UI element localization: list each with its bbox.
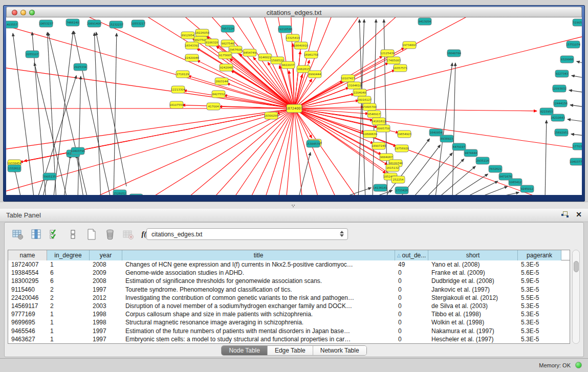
table-cell[interactable]: 5.3E-5 xyxy=(518,286,561,294)
table-cell[interactable]: 49 xyxy=(395,260,428,269)
table-cell[interactable]: 1997 xyxy=(90,335,122,343)
table-cell[interactable]: 1997 xyxy=(90,327,122,335)
graph-node[interactable]: 14136141 xyxy=(373,184,387,191)
table-cell[interactable]: Disruption of a novel member of a sodium… xyxy=(122,302,395,310)
table-cell[interactable]: 0 xyxy=(395,302,428,310)
table-cell[interactable]: Franke et al. (2009) xyxy=(428,269,518,277)
table-cell[interactable]: Estimation of significance thresholds fo… xyxy=(122,277,395,285)
column-header-name[interactable]: name xyxy=(8,250,47,260)
table-vertical-scrollbar[interactable] xyxy=(572,250,580,344)
table-cell[interactable]: Investigating the contribution of common… xyxy=(122,294,395,302)
graph-node[interactable]: 9227343 xyxy=(555,70,569,77)
graph-node[interactable]: 2204048 xyxy=(353,89,366,96)
table-cell[interactable]: 2008 xyxy=(90,260,122,269)
graph-node[interactable]: 2803144 xyxy=(215,78,228,85)
table-row[interactable]: 946554611997Estimation of the future num… xyxy=(8,327,570,335)
network-view-window[interactable]: citations_edges.txt 18226058891295498275… xyxy=(3,5,585,202)
table-row[interactable]: 946362711997Embryonic stem cells: a mode… xyxy=(8,335,570,343)
select-all-columns-icon[interactable] xyxy=(49,228,61,240)
graph-node[interactable]: 8912954 xyxy=(181,32,194,39)
table-cell[interactable]: 9463627 xyxy=(8,335,47,343)
delete-column-icon[interactable] xyxy=(104,228,116,240)
table-cell[interactable]: 5.3E-5 xyxy=(518,310,561,318)
table-cell[interactable]: Changes of HCN gene expression and I(f) … xyxy=(122,260,395,269)
tab-network-table[interactable]: Network Table xyxy=(313,346,366,355)
table-cell[interactable]: Nakamura et al. (1997) xyxy=(428,327,518,335)
table-row[interactable]: 977716911998Corpus callosum shape and si… xyxy=(8,310,570,318)
graph-node[interactable]: 8215953 xyxy=(540,108,553,115)
network-window-titlebar[interactable]: citations_edges.txt xyxy=(6,7,582,17)
table-cell[interactable]: 1 xyxy=(47,318,90,326)
graph-node[interactable]: 10403776 xyxy=(570,158,582,165)
table-cell[interactable]: 0 xyxy=(395,286,428,294)
table-cell[interactable]: Estimation of the future numbers of pati… xyxy=(122,327,395,335)
table-cell[interactable]: Yano et al. (2008) xyxy=(428,260,518,269)
graph-node[interactable]: 18724007 xyxy=(286,104,302,113)
table-type-tabs[interactable]: Node TableEdge TableNetwork Table xyxy=(221,345,366,356)
graph-node[interactable]: 1065412 xyxy=(509,179,522,186)
column-header-pagerank[interactable]: pagerank xyxy=(518,250,561,260)
table-cell[interactable]: 2012 xyxy=(90,294,122,302)
node-table[interactable]: namein_degreeyeartitle△out_de...shortpag… xyxy=(8,250,570,344)
table-header-row[interactable]: namein_degreeyeartitle△out_de...shortpag… xyxy=(8,250,570,260)
table-cell[interactable]: Corpus callosum shape and size in male p… xyxy=(122,310,395,318)
table-cell[interactable]: Wolkin et al. (1998) xyxy=(428,318,518,326)
graph-node[interactable]: 8413054 xyxy=(418,18,431,25)
graph-node[interactable]: 10403796 xyxy=(71,147,85,155)
graph-node[interactable]: 9146821 xyxy=(258,54,272,61)
graph-node[interactable]: 13325419 xyxy=(286,34,300,41)
graph-node[interactable]: 9329966 xyxy=(560,56,574,63)
graph-node[interactable]: 19654923 xyxy=(397,130,411,138)
column-header-short[interactable]: short xyxy=(428,250,518,260)
graph-node[interactable]: 18357571 xyxy=(393,64,407,72)
network-canvas[interactable]: 1822605889129549827508165433928186328982… xyxy=(6,17,582,195)
table-cell[interactable]: 14569117 xyxy=(8,302,47,310)
table-cell[interactable]: 0 xyxy=(395,269,428,277)
graph-node[interactable]: 16543392 xyxy=(185,42,199,49)
table-cell[interactable]: 5.3E-5 xyxy=(518,335,561,343)
table-cell[interactable]: 5.3E-5 xyxy=(518,302,561,310)
graph-node[interactable]: 9474444 xyxy=(464,149,477,157)
graph-node[interactable]: 13164610 xyxy=(347,82,361,89)
table-cell[interactable]: 19384554 xyxy=(8,269,47,277)
graph-node[interactable]: 7957224 xyxy=(221,25,234,32)
graph-node[interactable]: 20891406 xyxy=(87,20,101,27)
table-cell[interactable]: 18300295 xyxy=(8,277,47,285)
table-cell[interactable]: 0 xyxy=(395,318,428,326)
graph-node[interactable]: 19734893 xyxy=(402,41,417,49)
create-column-icon[interactable] xyxy=(85,228,98,240)
table-cell[interactable]: 6 xyxy=(47,277,90,285)
table-cell[interactable]: 1 xyxy=(47,260,90,269)
graph-node[interactable]: 9242848 xyxy=(220,64,233,71)
graph-node[interactable]: 8860128 xyxy=(129,194,143,195)
close-panel-icon[interactable]: ✕ xyxy=(576,211,582,218)
table-selector-dropdown[interactable]: citations_edges.txt xyxy=(146,228,348,240)
graph-node[interactable]: 12444156 xyxy=(553,100,568,107)
graph-node[interactable]: 18016127 xyxy=(357,96,372,103)
graph-node[interactable]: 8990444 xyxy=(308,71,321,78)
table-cell[interactable]: Genome-wide association studies in ADHD. xyxy=(122,269,395,277)
graph-node[interactable]: 2055107 xyxy=(26,51,39,58)
graph-node[interactable]: 15232237 xyxy=(109,21,123,28)
graph-node[interactable]: 8995758 xyxy=(377,125,390,132)
table-cell[interactable]: 6 xyxy=(47,269,90,277)
graph-node[interactable]: 9245012 xyxy=(520,185,534,192)
graph-node[interactable]: 18300295 xyxy=(264,112,278,119)
table-mode-icon[interactable] xyxy=(12,228,24,240)
table-cell[interactable]: 0 xyxy=(395,335,428,343)
table-cell[interactable]: 0 xyxy=(395,277,428,285)
graph-node[interactable]: 15751074 xyxy=(566,41,580,48)
graph-node[interactable]: 8454749 xyxy=(243,49,256,56)
graph-node[interactable]: 2935114 xyxy=(476,157,489,164)
table-cell[interactable]: 1 xyxy=(47,327,90,335)
table-cell[interactable]: 5.3E-5 xyxy=(518,327,561,335)
table-cell[interactable]: 0 xyxy=(395,327,428,335)
graph-node[interactable]: 8938923 xyxy=(440,135,453,142)
table-cell[interactable]: 2003 xyxy=(90,302,122,310)
graph-node[interactable]: 1332612 xyxy=(8,165,21,172)
graph-node[interactable]: 19756928 xyxy=(395,145,409,152)
graph-node[interactable]: 18907249 xyxy=(372,142,386,149)
table-cell[interactable]: 0 xyxy=(395,294,428,302)
citation-network-graph[interactable]: 1822605889129549827508165433928186328982… xyxy=(6,17,582,195)
table-cell[interactable]: Structural magnetic resonance image aver… xyxy=(122,318,395,326)
